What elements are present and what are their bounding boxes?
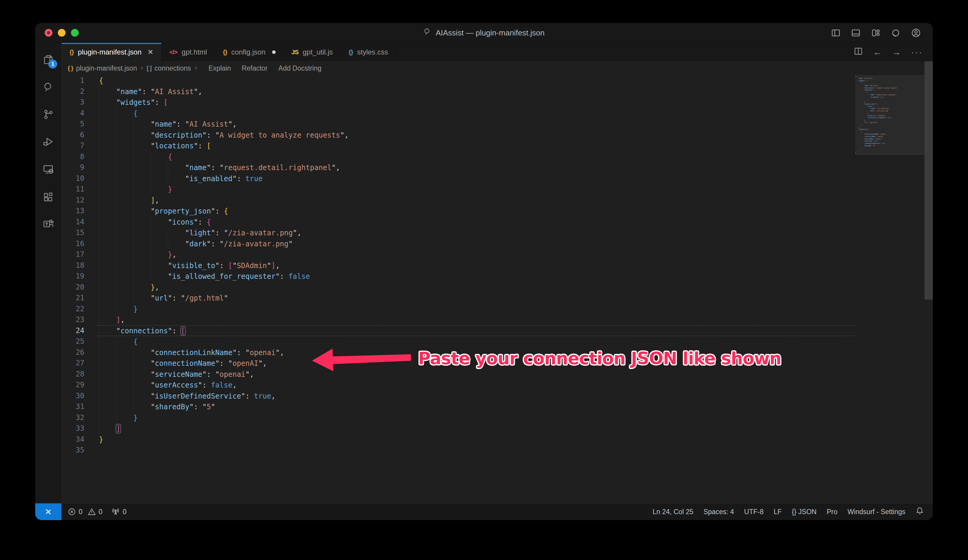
tab-gpt.html[interactable]: </>gpt.html [162, 43, 215, 61]
code-line-9[interactable]: 9 "name": "request.detail.rightpanel", [62, 162, 855, 173]
ports-status[interactable]: 0 [111, 507, 127, 516]
line-content[interactable]: "description": "A widget to analyze requ… [95, 130, 855, 140]
code-line-10[interactable]: 10 "is_enabled": true [62, 173, 855, 184]
minimap-slider[interactable] [855, 75, 925, 154]
code-line-26[interactable]: 26 "connectionLinkName": "openai", [62, 347, 855, 358]
vertical-scrollbar[interactable] [925, 61, 933, 300]
zoom-window-button[interactable] [71, 29, 79, 36]
code-line-17[interactable]: 17 }, [62, 249, 855, 260]
status-item-pro[interactable]: Pro [827, 508, 837, 516]
line-content[interactable]: { [95, 336, 855, 347]
code-line-30[interactable]: 30 "isUserDefinedService": true, [62, 390, 855, 401]
line-number[interactable]: 29 [62, 380, 95, 390]
line-content[interactable]: }, [95, 249, 855, 260]
code-line-31[interactable]: 31 "sharedBy": "5" [62, 401, 855, 412]
split-editor-icon[interactable] [854, 47, 863, 58]
code-line-35[interactable]: 35 [62, 445, 855, 456]
line-content[interactable]: "userAccess": false, [95, 380, 855, 390]
sidebar-item-search[interactable] [35, 73, 61, 101]
code-line-5[interactable]: 5 "name": "AI Assist", [62, 119, 855, 130]
line-number[interactable]: 14 [62, 216, 95, 228]
line-number[interactable]: 1 [62, 75, 95, 86]
sidebar-item-extensions[interactable] [35, 183, 61, 210]
close-window-button[interactable] [45, 29, 53, 36]
line-content[interactable]: } [95, 184, 855, 195]
close-tab-icon[interactable]: ✕ [148, 48, 154, 56]
breadcrumb-file[interactable]: plugin-manifest.json [76, 64, 137, 73]
remote-indicator[interactable] [35, 504, 61, 520]
code-line-4[interactable]: 4 { [62, 108, 855, 119]
line-number[interactable]: 30 [62, 390, 95, 401]
line-content[interactable]: "property_json": { [95, 205, 855, 216]
line-number[interactable]: 13 [62, 205, 95, 216]
navigate-forward-icon[interactable]: → [892, 47, 901, 57]
code-line-25[interactable]: 25 { [62, 336, 855, 347]
more-actions-icon[interactable]: ··· [911, 47, 923, 57]
line-number[interactable]: 24 [62, 325, 95, 336]
line-number[interactable]: 10 [62, 173, 95, 184]
line-content[interactable]: "url": "/gpt.html" [95, 292, 855, 304]
code-line-20[interactable]: 20 }, [62, 282, 855, 293]
line-number[interactable]: 34 [62, 434, 95, 445]
line-content[interactable]: ] [95, 423, 855, 434]
line-number[interactable]: 6 [62, 130, 95, 140]
breadcrumb-node[interactable]: connections [154, 64, 191, 73]
line-content[interactable]: "dark": "/zia-avatar.png" [95, 238, 855, 249]
line-content[interactable]: "name": "AI Assist", [95, 86, 855, 97]
line-number[interactable]: 26 [62, 347, 95, 358]
line-number[interactable]: 33 [62, 423, 95, 434]
code-line-8[interactable]: 8 { [62, 151, 855, 162]
code-line-34[interactable]: 34} [62, 434, 855, 445]
line-number[interactable]: 16 [62, 238, 95, 249]
toggle-secondary-sidebar-icon[interactable] [871, 28, 880, 38]
line-content[interactable]: }, [95, 282, 855, 293]
minimap[interactable]: { "name": "AI Assist", "widgets": [ { "n… [855, 75, 925, 173]
status-item-spaces-4[interactable]: Spaces: 4 [703, 508, 734, 516]
line-content[interactable] [95, 445, 855, 456]
tab-gpt_util.js[interactable]: JSgpt_util.js [284, 43, 341, 61]
line-content[interactable]: "widgets": [ [95, 97, 855, 108]
code-line-6[interactable]: 6 "description": "A widget to analyze re… [62, 130, 855, 140]
minimize-window-button[interactable] [58, 29, 66, 36]
code-line-1[interactable]: 1{ [62, 75, 855, 86]
code-line-7[interactable]: 7 "locations": [ [62, 140, 855, 151]
code-line-18[interactable]: 18 "visible_to": ["SDAdmin"], [62, 260, 855, 271]
code-line-28[interactable]: 28 "serviceName": "openai", [62, 369, 855, 380]
line-content[interactable]: "locations": [ [95, 140, 855, 151]
line-content[interactable]: "connectionLinkName": "openai", [95, 347, 855, 358]
codelens-add-docstring[interactable]: Add Docstring [278, 64, 321, 73]
code-line-21[interactable]: 21 "url": "/gpt.html" [62, 292, 855, 304]
line-number[interactable]: 2 [62, 86, 95, 97]
navigate-back-icon[interactable]: ← [873, 47, 882, 57]
line-content[interactable]: } [95, 434, 855, 445]
line-number[interactable]: 28 [62, 369, 95, 380]
problems-status[interactable]: 0 0 [68, 508, 103, 516]
sidebar-item-teams[interactable] [35, 210, 61, 238]
line-number[interactable]: 4 [62, 108, 95, 119]
line-number[interactable]: 11 [62, 184, 95, 195]
code-line-24[interactable]: 24 "connections": [ [62, 325, 855, 336]
line-number[interactable]: 12 [62, 195, 95, 206]
line-number[interactable]: 27 [62, 358, 95, 369]
line-number[interactable]: 3 [62, 97, 95, 108]
line-number[interactable]: 8 [62, 151, 95, 162]
code-line-32[interactable]: 32 } [62, 412, 855, 423]
line-number[interactable]: 7 [62, 140, 95, 151]
sidebar-item-remote-explorer[interactable] [35, 155, 61, 183]
line-content[interactable]: "is_allowed_for_requester": false [95, 271, 855, 282]
line-content[interactable]: "icons": { [95, 216, 855, 228]
code-line-3[interactable]: 3 "widgets": [ [62, 97, 855, 108]
line-content[interactable]: "name": "AI Assist", [95, 119, 855, 130]
line-content[interactable]: ], [95, 195, 855, 206]
toggle-sidebar-icon[interactable] [831, 28, 840, 38]
code-line-11[interactable]: 11 } [62, 184, 855, 195]
line-number[interactable]: 18 [62, 260, 95, 271]
line-number[interactable]: 32 [62, 412, 95, 423]
status-item-utf-8[interactable]: UTF-8 [744, 508, 764, 516]
line-number[interactable]: 17 [62, 249, 95, 260]
code-line-29[interactable]: 29 "userAccess": false, [62, 380, 855, 390]
sidebar-item-explorer[interactable]: 1 [35, 46, 61, 73]
tab-config.json[interactable]: {}config.json [215, 43, 284, 61]
code-line-15[interactable]: 15 "light": "/zia-avatar.png", [62, 227, 855, 238]
status-item--json[interactable]: {} JSON [792, 508, 817, 516]
